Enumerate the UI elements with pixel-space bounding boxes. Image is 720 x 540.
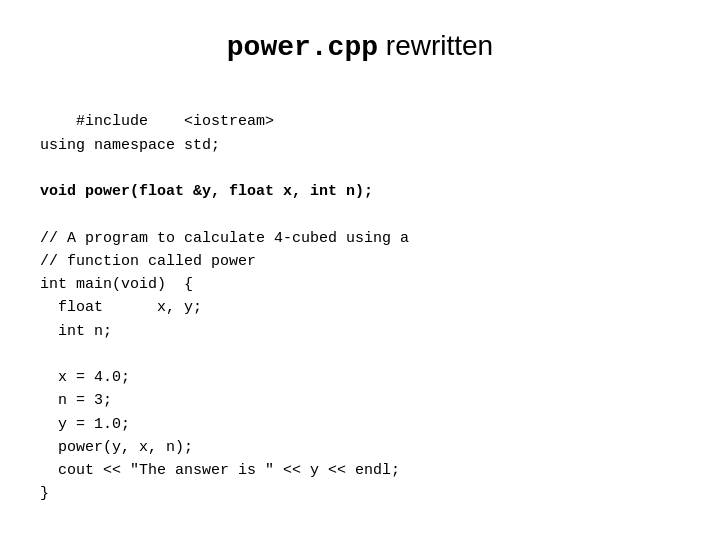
code-line-16: cout << "The answer is " << y << endl; (40, 462, 400, 479)
code-line-14: y = 1.0; (40, 416, 130, 433)
code-line-13: n = 3; (40, 392, 112, 409)
code-line-7: // function called power (40, 253, 256, 270)
code-line-17: } (40, 485, 49, 502)
code-line-1: #include <iostream> (76, 113, 274, 130)
title-code-part: power.cpp (227, 32, 378, 63)
slide-title: power.cpp rewritten (227, 30, 493, 63)
code-line-9: float x, y; (40, 299, 202, 316)
code-line-2: using namespace std; (40, 137, 220, 154)
title-rest-part: rewritten (378, 30, 493, 61)
slide-container: power.cpp rewritten #include <iostream> … (0, 0, 720, 540)
code-line-15: power(y, x, n); (40, 439, 193, 456)
code-block: #include <iostream> using namespace std;… (40, 87, 680, 529)
code-line-12: x = 4.0; (40, 369, 130, 386)
code-line-8: int main(void) { (40, 276, 193, 293)
code-line-6: // A program to calculate 4-cubed using … (40, 230, 409, 247)
code-line-4: void power(float &y, float x, int n); (40, 183, 373, 200)
code-line-10: int n; (40, 323, 112, 340)
